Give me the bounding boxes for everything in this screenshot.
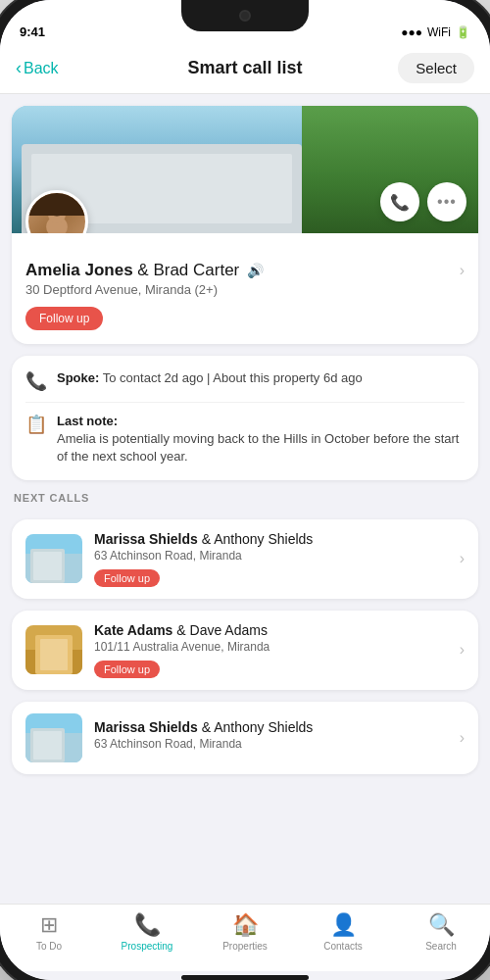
home-indicator	[181, 975, 309, 980]
call-address-2: 63 Atchinson Road, Miranda	[94, 737, 448, 751]
note-content: Amelia is potentially moving back to the…	[57, 430, 465, 466]
hero-name-secondary: Brad Carter	[153, 261, 239, 279]
nav-item-todo[interactable]: ⊞ To Do	[0, 912, 98, 952]
svg-rect-14	[33, 731, 62, 760]
properties-icon: 🏠	[232, 912, 259, 938]
prospecting-label: Prospecting	[122, 941, 173, 952]
hero-info: Amelia Jones & Brad Carter 🔊 › 30 Deptfo…	[12, 233, 478, 344]
hero-card: 📞 •••	[12, 106, 478, 344]
hero-name: Amelia Jones & Brad Carter	[25, 261, 239, 280]
hero-tag: Follow up	[25, 307, 103, 330]
call-tag-1: Follow up	[94, 661, 160, 678]
call-name-secondary-1: & Dave Adams	[176, 622, 268, 638]
battery-icon: 🔋	[456, 25, 470, 39]
wifi-icon: WiFi	[427, 25, 451, 39]
todo-icon: ⊞	[40, 912, 58, 938]
call-name-secondary-2: & Anthony Shields	[202, 719, 314, 735]
call-name-secondary-0: & Anthony Shields	[202, 531, 314, 547]
nav-item-properties[interactable]: 🏠 Properties	[196, 912, 294, 952]
call-card-1[interactable]: Kate Adams & Dave Adams 101/11 Australia…	[12, 611, 478, 690]
hero-name-row[interactable]: Amelia Jones & Brad Carter 🔊 ›	[25, 261, 465, 280]
call-name-primary-0: Marissa Shields	[94, 531, 198, 547]
scroll-area: 📞 •••	[0, 94, 490, 904]
more-options-button[interactable]: •••	[427, 182, 466, 221]
screen: 9:41 ●●● WiFi 🔋 ‹ Back Smart call list S…	[0, 0, 490, 980]
note-icon: 📋	[25, 414, 47, 435]
avatar	[25, 190, 88, 233]
avatar-face	[28, 193, 85, 233]
header: ‹ Back Smart call list Select	[0, 43, 490, 94]
notch	[181, 0, 309, 31]
search-icon: 🔍	[428, 912, 455, 938]
nav-item-search[interactable]: 🔍 Search	[392, 912, 490, 952]
phone-spoke-icon: 📞	[25, 370, 47, 392]
call-info-2: Marissa Shields & Anthony Shields 63 Atc…	[94, 719, 448, 757]
avatar-hair	[28, 193, 85, 216]
thumb-svg-1	[25, 625, 82, 674]
detail-chevron-icon: ›	[460, 262, 465, 279]
call-name-2: Marissa Shields & Anthony Shields	[94, 719, 448, 735]
call-name-1: Kate Adams & Dave Adams	[94, 622, 448, 638]
select-button[interactable]: Select	[398, 53, 474, 83]
hero-action-buttons: 📞 •••	[380, 182, 466, 221]
note-text-block: Last note: Amelia is potentially moving …	[57, 413, 465, 466]
contacts-icon: 👤	[330, 912, 357, 938]
spoke-text: Spoke: To contact 2d ago | About this pr…	[57, 369, 363, 387]
hero-address: 30 Deptford Avenue, Miranda (2+)	[25, 282, 465, 297]
prospecting-icon: 📞	[134, 912, 161, 938]
call-button[interactable]: 📞	[380, 182, 419, 221]
call-tag-0: Follow up	[94, 569, 160, 587]
call-info-0: Marissa Shields & Anthony Shields 63 Atc…	[94, 531, 448, 587]
call-thumb-2	[25, 713, 82, 762]
call-chevron-1: ›	[460, 641, 465, 659]
search-label: Search	[425, 941, 457, 952]
nav-item-contacts[interactable]: 👤 Contacts	[294, 912, 392, 952]
thumb-svg-2	[25, 713, 82, 762]
call-address-0: 63 Atchinson Road, Miranda	[94, 549, 448, 563]
call-name-primary-2: Marissa Shields	[94, 719, 198, 735]
call-chevron-0: ›	[460, 550, 465, 567]
info-card: 📞 Spoke: To contact 2d ago | About this …	[12, 356, 478, 480]
call-name-primary-1: Kate Adams	[94, 622, 172, 638]
page-title: Smart call list	[130, 58, 360, 78]
camera	[239, 10, 251, 22]
sound-icon: 🔊	[247, 263, 264, 278]
spoke-detail: To contact 2d ago | About this property …	[103, 370, 363, 385]
ellipsis-icon: •••	[437, 193, 457, 211]
call-thumb-1	[25, 625, 82, 674]
call-chevron-2: ›	[460, 729, 465, 747]
svg-rect-6	[33, 552, 62, 580]
contacts-label: Contacts	[323, 941, 362, 952]
back-button[interactable]: ‹ Back	[16, 58, 130, 78]
note-label: Last note:	[57, 413, 465, 430]
phone-icon: 📞	[390, 193, 410, 212]
status-icons: ●●● WiFi 🔋	[401, 25, 470, 39]
note-row: 📋 Last note: Amelia is potentially movin…	[25, 413, 465, 466]
signal-icon: ●●●	[401, 25, 422, 39]
back-label: Back	[24, 60, 59, 77]
hero-name-primary: Amelia Jones	[25, 261, 133, 279]
call-info-1: Kate Adams & Dave Adams 101/11 Australia…	[94, 622, 448, 678]
call-card-2[interactable]: Marissa Shields & Anthony Shields 63 Atc…	[12, 702, 478, 774]
call-address-1: 101/11 Australia Avenue, Miranda	[94, 640, 448, 654]
svg-rect-10	[40, 639, 68, 670]
bottom-nav: ⊞ To Do 📞 Prospecting 🏠 Properties 👤 Con…	[0, 904, 490, 971]
properties-label: Properties	[222, 941, 268, 952]
spoke-label: Spoke:	[57, 370, 99, 385]
status-time: 9:41	[20, 24, 45, 39]
call-thumb-0	[25, 534, 82, 583]
spoke-row: 📞 Spoke: To contact 2d ago | About this …	[25, 369, 465, 392]
hero-property-image: 📞 •••	[12, 106, 478, 233]
next-calls-label: NEXT CALLS	[12, 492, 478, 504]
hero-name-connector: &	[133, 261, 154, 279]
info-divider	[25, 402, 465, 403]
phone-frame: 9:41 ●●● WiFi 🔋 ‹ Back Smart call list S…	[0, 0, 490, 980]
thumb-svg-0	[25, 534, 82, 583]
todo-label: To Do	[36, 941, 62, 952]
nav-item-prospecting[interactable]: 📞 Prospecting	[98, 912, 196, 952]
back-chevron-icon: ‹	[16, 58, 22, 78]
call-card-0[interactable]: Marissa Shields & Anthony Shields 63 Atc…	[12, 519, 478, 599]
select-button-wrapper: Select	[360, 53, 474, 83]
call-name-0: Marissa Shields & Anthony Shields	[94, 531, 448, 547]
